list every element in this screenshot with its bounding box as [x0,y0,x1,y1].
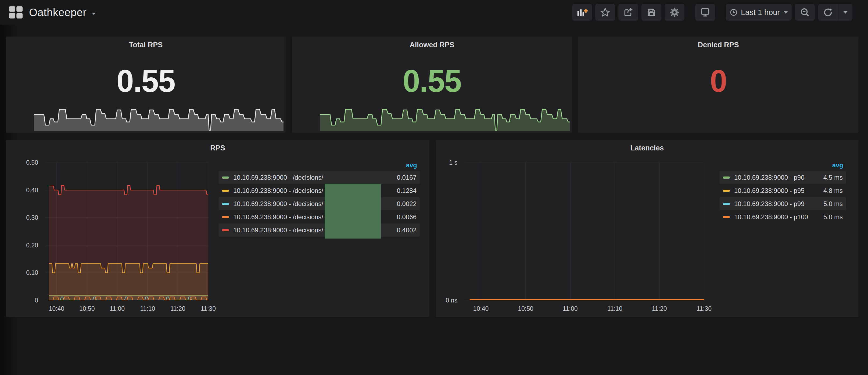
y-tick-label: 0.30 [26,214,38,221]
y-tick-label: 0.50 [26,159,38,166]
y-tick-label: 1 s [449,159,457,166]
x-tick-label: 11:30 [696,305,712,312]
plot-area[interactable] [46,162,208,300]
legend-row[interactable]: 10.10.69.238:9000 - p995.0 ms [720,197,846,210]
legend: avg10.10.69.238:9000 - p904.5 ms10.10.69… [720,160,846,223]
refresh-interval-dropdown[interactable] [838,4,852,21]
x-tick-label: 11:10 [607,305,622,312]
monitor-icon [700,7,710,18]
panel-title[interactable]: Latencies [436,144,858,152]
legend-avg-header: avg [720,160,846,171]
legend-row[interactable]: 10.10.69.238:9000 - /decisions/0.4002 [219,223,420,237]
y-tick-label: 0.20 [26,242,38,249]
x-tick-label: 11:30 [201,305,216,312]
chevron-down-icon [92,12,96,15]
panel-denied-rps: Denied RPS 0 [578,36,858,133]
x-axis: 10:4010:5011:0011:1011:2011:30 [46,303,208,313]
series-swatch-icon[interactable] [723,190,730,192]
legend-row[interactable]: 10.10.69.238:9000 - /decisions/0.0167 [219,171,420,184]
toolbar: Last 1 hour [572,4,852,21]
refresh-button-group [818,4,852,21]
x-tick-label: 11:00 [563,305,578,312]
legend-series-label[interactable]: 10.10.69.238:9000 - /decisions/ [233,174,392,181]
plot-area[interactable] [465,162,704,300]
add-panel-button[interactable] [572,4,592,21]
legend-avg-value: 0.4002 [397,226,416,234]
stat-value: 0.55 [292,62,572,100]
share-button[interactable] [618,4,638,21]
legend-row[interactable]: 10.10.69.238:9000 - p904.5 ms [720,171,846,184]
save-button[interactable] [642,4,661,21]
panel-title[interactable]: Allowed RPS [292,41,572,49]
legend-avg-value: 0.0022 [397,200,416,208]
legend-row[interactable]: 10.10.69.238:9000 - /decisions/0.0022 [219,197,420,210]
panel-allowed-rps: Allowed RPS 0.55 [292,36,572,133]
gear-icon [669,7,680,18]
x-tick-label: 10:50 [79,305,95,312]
legend-avg-value: 5.0 ms [824,213,843,221]
dashboard-title[interactable]: Oathkeeper [29,6,87,19]
x-tick-label: 10:40 [49,305,64,312]
x-tick-label: 10:50 [518,305,533,312]
series-swatch-icon[interactable] [222,216,229,218]
top-nav: Oathkeeper [0,0,868,25]
sparkline [34,98,283,132]
y-tick-label: 0 [35,297,38,304]
x-tick-label: 11:20 [170,305,185,312]
zoom-out-icon [800,7,810,18]
legend-avg-value: 0.0066 [397,213,416,221]
bar-chart-plus-icon [576,7,588,18]
green-overlay-box [324,184,381,239]
panel-total-rps: Total RPS 0.55 [6,36,286,133]
grid-icon [8,6,24,19]
legend-series-label[interactable]: 10.10.69.238:9000 - p100 [734,213,818,221]
legend-row[interactable]: 10.10.69.238:9000 - p1005.0 ms [720,210,846,223]
legend-row[interactable]: 10.10.69.238:9000 - /decisions/0.0066 [219,210,420,223]
y-axis: 1 s0 ns [436,162,461,300]
y-tick-label: 0 ns [446,297,457,304]
stat-value: 0.55 [6,62,286,100]
dashboard-picker[interactable]: Oathkeeper [8,0,96,25]
refresh-button[interactable] [818,4,838,21]
legend-series-label[interactable]: 10.10.69.238:9000 - p95 [734,187,818,194]
stat-value: 0 [578,62,858,100]
settings-button[interactable] [664,4,684,21]
series-swatch-icon[interactable] [222,190,229,192]
refresh-icon [823,7,833,18]
save-icon [646,7,656,18]
legend-avg-value: 4.5 ms [824,174,843,181]
series-swatch-icon[interactable] [723,216,730,218]
legend-avg-value: 4.8 ms [824,187,843,194]
panel-title[interactable]: RPS [6,144,429,152]
chevron-down-icon [784,11,788,14]
panel-title[interactable]: Denied RPS [578,41,858,49]
legend-row[interactable]: 10.10.69.238:9000 - /decisions/0.1284 [219,184,420,197]
series-swatch-icon[interactable] [723,203,730,205]
legend-series-label[interactable]: 10.10.69.238:9000 - p99 [734,200,818,208]
x-tick-label: 11:10 [140,305,155,312]
legend: avg10.10.69.238:9000 - /decisions/0.0167… [219,160,420,237]
legend-row[interactable]: 10.10.69.238:9000 - p954.8 ms [720,184,846,197]
time-range-picker[interactable]: Last 1 hour [726,4,792,21]
legend-avg-value: 0.0167 [397,174,416,181]
legend-series-label[interactable]: 10.10.69.238:9000 - p90 [734,174,818,181]
zoom-out-button[interactable] [795,4,815,21]
y-axis: 0.500.400.300.200.100 [6,162,41,300]
series-swatch-icon[interactable] [723,177,730,179]
cycle-view-button[interactable] [695,4,715,21]
legend-avg-value: 0.1284 [397,187,416,194]
sparkline [320,98,570,132]
x-axis: 10:4010:5011:0011:1011:2011:30 [465,303,704,313]
y-tick-label: 0.10 [26,269,38,276]
chevron-down-icon [843,11,847,14]
series-swatch-icon[interactable] [222,229,229,231]
series-swatch-icon[interactable] [222,203,229,205]
share-icon [623,7,633,18]
star-button[interactable] [595,4,615,21]
panel-title[interactable]: Total RPS [6,41,286,49]
series-swatch-icon[interactable] [222,177,229,179]
clock-icon [730,8,738,17]
x-tick-label: 11:20 [652,305,667,312]
y-tick-label: 0.40 [26,186,38,194]
time-range-label: Last 1 hour [741,8,780,17]
